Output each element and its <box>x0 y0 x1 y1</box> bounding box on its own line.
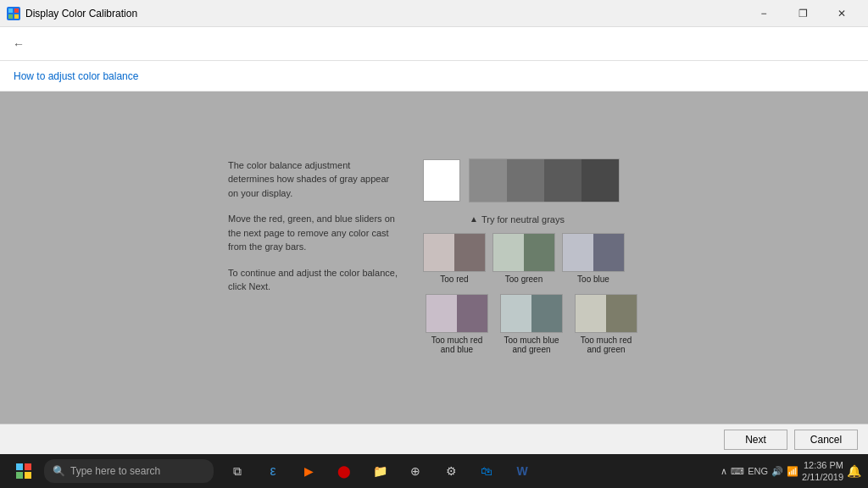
sample-label-5: Too much red and green <box>572 336 640 354</box>
svg-rect-3 <box>14 14 19 19</box>
swatch-pair-5 <box>575 294 637 333</box>
date-display: 2/11/2019 <box>802 471 843 483</box>
gray-swatches <box>469 158 620 202</box>
svg-rect-7 <box>25 472 31 479</box>
swatch-pair-0 <box>423 233 486 272</box>
sample-label-3: Too much red and blue <box>423 336 491 354</box>
swatch-light-4 <box>501 295 531 332</box>
swatch-dark-0 <box>454 234 485 271</box>
restore-button[interactable]: ❐ <box>783 0 822 27</box>
app-icon <box>7 7 20 20</box>
instruction-para3: To continue and adjust the color balance… <box>228 266 398 294</box>
visual-section: ▲ Try for neutral grays Too redToo green… <box>423 158 640 358</box>
gray-swatch-2 <box>507 159 544 202</box>
sample-label-1: Too green <box>505 274 542 284</box>
gray-swatch-4 <box>581 159 619 202</box>
close-button[interactable]: ✕ <box>822 0 861 27</box>
edge-icon[interactable]: ε <box>256 454 290 488</box>
keyboard-icon: ⌨ <box>731 466 744 477</box>
eng-label: ENG <box>748 466 768 476</box>
clock[interactable]: 12:36 PM 2/11/2019 <box>802 459 843 484</box>
sample-group-0: Too red <box>423 233 486 284</box>
instruction-para1: The color balance adjustment determines … <box>228 158 398 201</box>
neutral-label: Try for neutral grays <box>481 214 565 225</box>
title-bar-left: Display Color Calibration <box>7 7 137 20</box>
swatch-dark-3 <box>457 295 487 332</box>
instruction-para2: Move the red, green, and blue sliders on… <box>228 212 398 254</box>
swatch-light-5 <box>576 295 606 332</box>
task-view-button[interactable]: ⧉ <box>220 454 254 488</box>
swatch-light-1 <box>493 234 524 271</box>
sample-group-1: Too green <box>492 233 555 284</box>
swatch-light-3 <box>426 295 457 332</box>
sample-label-0: Too red <box>440 274 468 284</box>
swatch-light-0 <box>424 234 454 271</box>
chevron-icon[interactable]: ∧ <box>721 466 727 477</box>
volume-icon[interactable]: 🔊 <box>771 466 783 477</box>
sample-label-4: Too much blue and green <box>498 336 565 354</box>
svg-rect-6 <box>16 472 23 479</box>
sample-group-2: Too blue <box>562 233 625 284</box>
svg-rect-1 <box>14 8 19 13</box>
swatch-dark-5 <box>606 295 637 332</box>
top-gray-area <box>423 158 620 202</box>
swatch-dark-1 <box>524 234 554 271</box>
swatch-dark-2 <box>593 234 624 271</box>
content-inner: The color balance adjustment determines … <box>228 158 640 358</box>
main-content: The color balance adjustment determines … <box>0 92 868 424</box>
nav-bar: ← <box>0 27 868 61</box>
swatch-pair-4 <box>500 294 563 333</box>
search-text: Type here to search <box>70 465 160 477</box>
color-samples-row-2: Too much red and blueToo much blue and g… <box>423 294 640 354</box>
minimize-button[interactable]: − <box>744 0 783 27</box>
window-title: Display Color Calibration <box>25 8 137 19</box>
help-link[interactable]: How to adjust color balance <box>14 70 138 82</box>
gray-swatch-1 <box>470 159 507 202</box>
bottom-bar: Next Cancel <box>0 424 868 454</box>
next-button[interactable]: Next <box>724 430 787 450</box>
svg-rect-2 <box>8 14 13 19</box>
swatch-pair-2 <box>562 233 625 272</box>
swatch-pair-1 <box>492 233 555 272</box>
taskbar: 🔍 Type here to search ⧉ ε ▶ ⬤ 📁 ⊕ ⚙ 🛍 W … <box>0 454 868 488</box>
window-controls: − ❐ ✕ <box>744 0 861 27</box>
swatch-light-2 <box>563 234 593 271</box>
taskbar-app-icons: ⧉ ε ▶ ⬤ 📁 ⊕ ⚙ 🛍 W <box>220 454 539 488</box>
circle-icon[interactable]: ⬤ <box>327 454 361 488</box>
back-button[interactable]: ← <box>8 34 29 54</box>
white-swatch <box>423 159 460 202</box>
gray-swatch-3 <box>544 159 581 202</box>
start-button[interactable] <box>7 454 41 488</box>
svg-rect-4 <box>16 463 23 470</box>
title-bar: Display Color Calibration − ❐ ✕ <box>0 0 868 27</box>
settings-icon[interactable]: ⚙ <box>434 454 468 488</box>
taskbar-search-box[interactable]: 🔍 Type here to search <box>44 459 214 483</box>
sample-group-3: Too much red and blue <box>423 294 491 354</box>
help-bar: How to adjust color balance <box>0 61 868 92</box>
folder-icon[interactable]: 📁 <box>363 454 397 488</box>
cancel-button[interactable]: Cancel <box>794 430 858 450</box>
chrome-icon[interactable]: ⊕ <box>398 454 432 488</box>
swatch-dark-4 <box>531 295 562 332</box>
swatch-pair-3 <box>426 294 488 333</box>
sample-label-2: Too blue <box>577 274 609 284</box>
time-display: 12:36 PM <box>802 459 843 471</box>
system-tray: ∧ ⌨ ENG 🔊 📶 <box>721 466 798 477</box>
network-icon[interactable]: 📶 <box>787 466 798 477</box>
neutral-label-area: ▲ Try for neutral grays <box>470 214 565 225</box>
word-icon[interactable]: W <box>505 454 539 488</box>
sample-group-4: Too much blue and green <box>498 294 565 354</box>
color-samples-row-1: Too redToo greenToo blue <box>423 233 625 284</box>
svg-rect-0 <box>8 8 13 13</box>
store-icon[interactable]: 🛍 <box>470 454 504 488</box>
notification-icon[interactable]: 🔔 <box>847 464 861 478</box>
taskbar-right: ∧ ⌨ ENG 🔊 📶 12:36 PM 2/11/2019 🔔 <box>721 459 861 484</box>
svg-rect-5 <box>25 463 31 470</box>
instructions-section: The color balance adjustment determines … <box>228 158 398 306</box>
sample-group-5: Too much red and green <box>572 294 640 354</box>
media-player-icon[interactable]: ▶ <box>292 454 326 488</box>
search-icon: 🔍 <box>53 465 65 477</box>
arrow-icon: ▲ <box>470 214 478 224</box>
